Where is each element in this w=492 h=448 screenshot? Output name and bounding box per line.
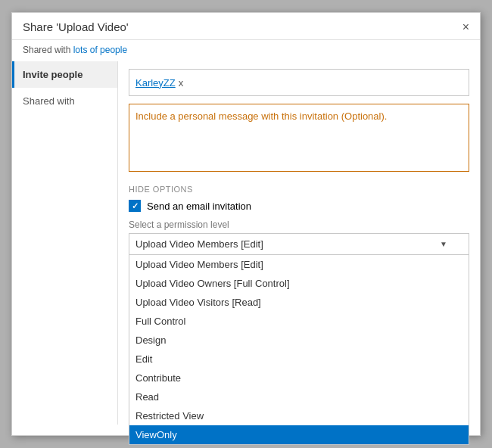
personal-message-input[interactable] [129,104,469,172]
tag-name[interactable]: KarleyZZ [135,77,176,89]
main-content: KarleyZZ x HIDE OPTIONS ✓ Send an email … [118,61,480,425]
dialog-title: Share 'Upload Video' [23,20,129,33]
dialog-body: Invite people Shared with KarleyZZ x HID… [12,61,480,425]
permission-dropdown[interactable]: Upload Video Members [Edit] ▼ Upload Vid… [129,233,469,255]
dropdown-option[interactable]: Upload Video Members [Edit] [129,255,469,274]
shared-info-prefix: Shared with [23,45,73,55]
permission-level-label: Select a permission level [129,219,469,230]
email-checkbox[interactable]: ✓ [129,200,141,212]
lots-of-people-link[interactable]: lots of people [73,45,127,55]
email-checkbox-label: Send an email invitation [147,201,251,212]
shared-info-bar: Shared with lots of people [12,40,480,61]
dropdown-list: Upload Video Members [Edit]Upload Video … [129,255,469,445]
checkmark-icon: ✓ [132,201,139,211]
email-checkbox-row: ✓ Send an email invitation [129,200,469,212]
sidebar-item-shared-with[interactable]: Shared with [12,88,117,114]
dropdown-selected-label: Upload Video Members [Edit] [135,238,263,250]
dropdown-option[interactable]: Restricted View [129,406,469,425]
dropdown-option[interactable]: Design [129,331,469,350]
dropdown-selected[interactable]: Upload Video Members [Edit] ▼ [129,233,469,255]
dropdown-option[interactable]: ViewOnly [129,425,469,444]
dropdown-option[interactable]: Upload Video Owners [Full Control] [129,274,469,293]
invite-tag: KarleyZZ x [135,77,183,89]
dropdown-option[interactable]: Edit [129,350,469,369]
dropdown-option[interactable]: Read [129,387,469,406]
close-button[interactable]: × [462,21,469,33]
dropdown-option[interactable]: Full Control [129,312,469,331]
share-dialog: Share 'Upload Video' × Shared with lots … [11,12,481,436]
dropdown-option[interactable]: Upload Video Visitors [Read] [129,293,469,312]
sidebar: Invite people Shared with [12,61,118,425]
tag-remove[interactable]: x [179,77,184,89]
hide-options-label: HIDE OPTIONS [129,185,469,194]
invite-input-box[interactable]: KarleyZZ x [129,69,469,96]
sidebar-item-invite-people[interactable]: Invite people [12,61,117,88]
dropdown-arrow-icon: ▼ [440,240,447,248]
title-bar: Share 'Upload Video' × [12,13,480,40]
dropdown-option[interactable]: Contribute [129,369,469,387]
message-area-wrapper [129,104,469,182]
